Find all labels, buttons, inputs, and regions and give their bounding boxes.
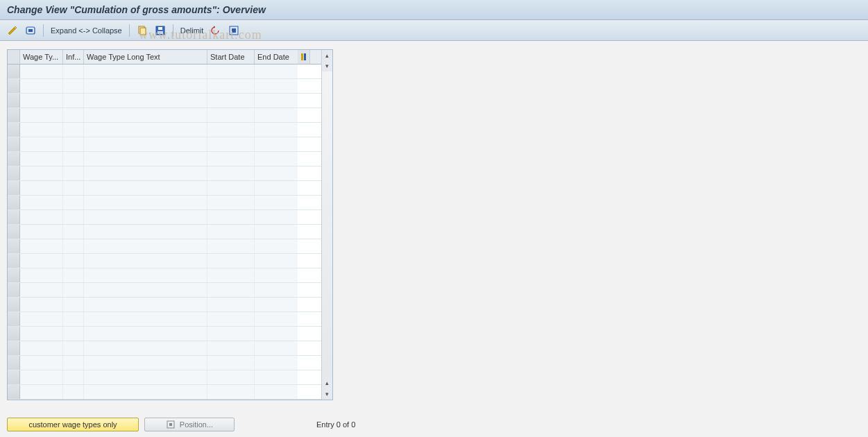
table-row[interactable]: [8, 210, 321, 225]
cell-wage-type-long-text[interactable]: [84, 283, 207, 297]
cell-wage-type[interactable]: [20, 370, 63, 384]
cell-wage-type[interactable]: [20, 298, 63, 311]
cell-end-date[interactable]: [255, 166, 298, 180]
cell-wage-type-long-text[interactable]: [84, 123, 207, 137]
column-header-wage-type-long-text[interactable]: Wage Type Long Text: [84, 50, 207, 64]
cell-inf[interactable]: [63, 152, 84, 166]
column-header-end-date[interactable]: End Date: [255, 50, 298, 64]
cell-start-date[interactable]: [207, 79, 255, 93]
cell-start-date[interactable]: [207, 65, 255, 78]
scroll-down-arrow-icon[interactable]: ▾: [323, 61, 332, 71]
row-selector[interactable]: [8, 152, 20, 166]
cell-start-date[interactable]: [207, 370, 255, 384]
row-selector[interactable]: [8, 225, 20, 239]
cell-wage-type[interactable]: [20, 385, 63, 399]
other-view-icon[interactable]: [24, 24, 37, 37]
cell-start-date[interactable]: [207, 283, 255, 297]
cell-end-date[interactable]: [255, 298, 298, 311]
cell-wage-type-long-text[interactable]: [84, 254, 207, 268]
cell-end-date[interactable]: [255, 94, 298, 108]
table-row[interactable]: [8, 137, 321, 152]
select-all-icon[interactable]: [227, 24, 241, 37]
cell-wage-type-long-text[interactable]: [84, 268, 207, 282]
cell-wage-type-long-text[interactable]: [84, 341, 207, 355]
cell-inf[interactable]: [63, 181, 84, 195]
cell-wage-type[interactable]: [20, 181, 63, 195]
cell-start-date[interactable]: [207, 356, 255, 370]
table-row[interactable]: [8, 94, 321, 108]
cell-wage-type-long-text[interactable]: [84, 370, 207, 384]
row-selector[interactable]: [8, 108, 20, 122]
cell-wage-type[interactable]: [20, 79, 63, 93]
row-selector[interactable]: [8, 166, 20, 180]
cell-wage-type[interactable]: [20, 239, 63, 253]
cell-inf[interactable]: [63, 137, 84, 151]
cell-inf[interactable]: [63, 298, 84, 311]
cell-start-date[interactable]: [207, 152, 255, 166]
row-selector[interactable]: [8, 385, 20, 399]
row-selector[interactable]: [8, 370, 20, 384]
cell-inf[interactable]: [63, 370, 84, 384]
table-row[interactable]: [8, 312, 321, 327]
cell-wage-type-long-text[interactable]: [84, 79, 207, 93]
cell-wage-type-long-text[interactable]: [84, 385, 207, 399]
row-selector[interactable]: [8, 181, 20, 195]
table-row[interactable]: [8, 152, 321, 166]
cell-start-date[interactable]: [207, 385, 255, 399]
cell-inf[interactable]: [63, 210, 84, 224]
cell-start-date[interactable]: [207, 166, 255, 180]
cell-end-date[interactable]: [255, 123, 298, 137]
cell-end-date[interactable]: [255, 137, 298, 151]
cell-end-date[interactable]: [255, 196, 298, 209]
table-row[interactable]: [8, 283, 321, 298]
configure-columns-icon[interactable]: [298, 50, 310, 64]
cell-wage-type-long-text[interactable]: [84, 94, 207, 108]
table-row[interactable]: [8, 123, 321, 137]
cell-start-date[interactable]: [207, 341, 255, 355]
row-selector[interactable]: [8, 137, 20, 151]
cell-start-date[interactable]: [207, 196, 255, 209]
toggle-display-change-icon[interactable]: [6, 24, 19, 37]
cell-end-date[interactable]: [255, 254, 298, 268]
cell-end-date[interactable]: [255, 370, 298, 384]
cell-wage-type[interactable]: [20, 210, 63, 224]
row-selector[interactable]: [8, 356, 20, 370]
vertical-scrollbar[interactable]: ▴ ▾ ▴ ▾: [321, 50, 332, 400]
row-selector[interactable]: [8, 94, 20, 108]
cell-end-date[interactable]: [255, 225, 298, 239]
table-row[interactable]: [8, 268, 321, 283]
cell-wage-type-long-text[interactable]: [84, 152, 207, 166]
cell-end-date[interactable]: [255, 79, 298, 93]
cell-wage-type[interactable]: [20, 225, 63, 239]
scroll-up-arrow-icon[interactable]: ▴: [323, 51, 332, 60]
row-selector[interactable]: [8, 123, 20, 137]
table-row[interactable]: [8, 79, 321, 94]
cell-start-date[interactable]: [207, 181, 255, 195]
row-selector[interactable]: [8, 298, 20, 311]
copy-icon[interactable]: [135, 24, 149, 37]
table-row[interactable]: [8, 65, 321, 79]
table-row[interactable]: [8, 254, 321, 268]
cell-wage-type[interactable]: [20, 65, 63, 78]
cell-inf[interactable]: [63, 94, 84, 108]
cell-end-date[interactable]: [255, 312, 298, 326]
cell-end-date[interactable]: [255, 108, 298, 122]
cell-start-date[interactable]: [207, 254, 255, 268]
cell-inf[interactable]: [63, 283, 84, 297]
row-selector[interactable]: [8, 254, 20, 268]
cell-wage-type-long-text[interactable]: [84, 196, 207, 209]
cell-inf[interactable]: [63, 79, 84, 93]
cell-start-date[interactable]: [207, 312, 255, 326]
table-row[interactable]: [8, 181, 321, 196]
column-header-start-date[interactable]: Start Date: [207, 50, 255, 64]
cell-inf[interactable]: [63, 196, 84, 209]
cell-end-date[interactable]: [255, 268, 298, 282]
cell-wage-type[interactable]: [20, 108, 63, 122]
cell-wage-type-long-text[interactable]: [84, 298, 207, 311]
cell-wage-type-long-text[interactable]: [84, 181, 207, 195]
cell-end-date[interactable]: [255, 239, 298, 253]
cell-wage-type[interactable]: [20, 196, 63, 209]
row-selector[interactable]: [8, 283, 20, 297]
cell-wage-type-long-text[interactable]: [84, 108, 207, 122]
cell-end-date[interactable]: [255, 327, 298, 341]
